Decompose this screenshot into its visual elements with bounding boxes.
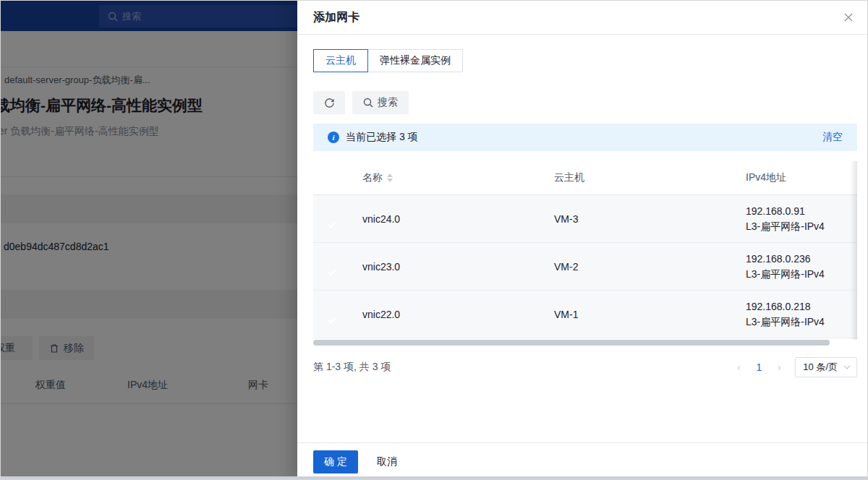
info-icon: i [328, 132, 339, 143]
drawer-body: 云主机 弹性裸金属实例 搜索 [297, 35, 868, 377]
network-name: L3-扁平网络-IPv4 [746, 219, 857, 234]
search-button[interactable]: 搜索 [352, 91, 409, 114]
col-ip: IPv4地址 [746, 171, 857, 184]
page-size-select[interactable]: 10 条/页 [795, 357, 857, 377]
screenshot-viewport: 搜索 default-server-group-负载均衡-扁... 载均衡-扁平… [0, 0, 868, 480]
table-row[interactable]: vnic22.0 VM-1 192.168.0.218 L3-扁平网络-IPv4 [313, 291, 857, 338]
refresh-icon [324, 98, 335, 108]
refresh-button[interactable] [313, 91, 345, 114]
tab-vm[interactable]: 云主机 [313, 49, 368, 72]
clear-selection-link[interactable]: 清空 [822, 131, 843, 144]
next-page-icon[interactable]: › [770, 359, 788, 376]
pagination-controls: ‹ 1 › 10 条/页 [730, 357, 857, 377]
modal-overlay[interactable] [1, 1, 305, 480]
nic-name: vnic23.0 [362, 261, 554, 273]
drawer-header: 添加网卡 [297, 1, 868, 35]
selection-count-text: 当前已选择 3 项 [346, 131, 418, 144]
horizontal-scrollbar [313, 340, 857, 346]
close-icon[interactable] [841, 10, 856, 25]
nic-name: vnic22.0 [362, 309, 554, 320]
table-header-row: 名称 云主机 IPv4地址 [313, 161, 857, 195]
pagination-summary: 第 1-3 项, 共 3 项 [313, 361, 391, 374]
network-name: L3-扁平网络-IPv4 [746, 314, 857, 330]
cancel-button[interactable]: 取消 [377, 455, 397, 468]
search-icon [363, 98, 373, 108]
ip-address: 192.168.0.218 [746, 299, 857, 314]
instance-type-tabs: 云主机 弹性裸金属实例 [313, 49, 857, 72]
confirm-button[interactable]: 确 定 [313, 450, 358, 473]
vm-name: VM-3 [554, 213, 746, 225]
col-host: 云主机 [554, 171, 746, 184]
background-page: 搜索 default-server-group-负载均衡-扁... 载均衡-扁平… [1, 1, 305, 480]
tab-baremetal[interactable]: 弹性裸金属实例 [367, 49, 463, 72]
nic-table: 名称 云主机 IPv4地址 vnic24.0 VM-3 192.168.0.91… [313, 161, 857, 346]
nic-name: vnic24.0 [362, 213, 554, 225]
ip-address: 192.168.0.91 [746, 204, 857, 219]
network-name: L3-扁平网络-IPv4 [746, 267, 857, 282]
sort-icon[interactable] [387, 173, 393, 182]
page-number[interactable]: 1 [750, 359, 767, 376]
selection-info-bar: i 当前已选择 3 项 清空 [313, 124, 857, 151]
prev-page-icon[interactable]: ‹ [730, 359, 747, 376]
window-bottom-edge [1, 476, 868, 479]
table-row[interactable]: vnic24.0 VM-3 192.168.0.91 L3-扁平网络-IPv4 [313, 195, 857, 243]
table-toolbar: 搜索 [313, 91, 857, 114]
horizontal-scrollbar-thumb[interactable] [313, 340, 830, 346]
ip-address: 192.168.0.236 [746, 252, 857, 267]
chevron-down-icon [843, 365, 851, 370]
drawer-title: 添加网卡 [313, 10, 359, 25]
drawer-footer: 确 定 取消 [297, 442, 868, 480]
vm-name: VM-2 [554, 261, 746, 273]
table-row[interactable]: vnic23.0 VM-2 192.168.0.236 L3-扁平网络-IPv4 [313, 243, 857, 291]
col-name: 名称 [362, 171, 383, 184]
vm-name: VM-1 [554, 309, 746, 320]
pagination: 第 1-3 项, 共 3 项 ‹ 1 › 10 条/页 [313, 357, 857, 377]
add-nic-drawer: 添加网卡 云主机 弹性裸金属实例 [297, 1, 868, 480]
